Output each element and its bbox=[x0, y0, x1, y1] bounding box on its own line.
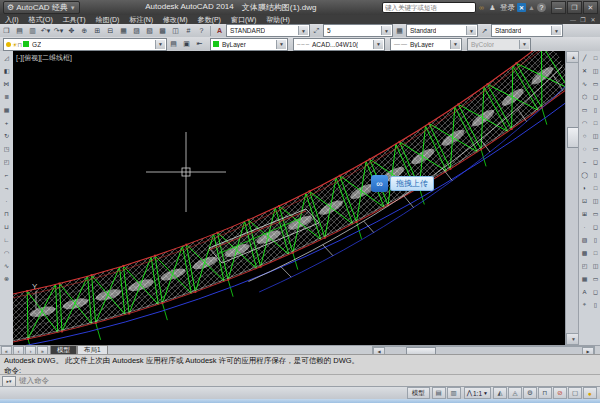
quick-view-layouts-icon[interactable]: ▤ bbox=[432, 387, 446, 399]
vertical-scrollbar[interactable]: ▲ ▼ bbox=[565, 51, 579, 345]
erase-icon[interactable]: ◿ bbox=[1, 51, 12, 64]
layer-combo[interactable]: ☀ ⊓ GZ ▼ bbox=[3, 38, 167, 51]
performance-icon[interactable]: ⊘ bbox=[553, 387, 567, 399]
search-input[interactable] bbox=[382, 2, 476, 13]
tool-5-icon[interactable]: ▯ bbox=[590, 103, 600, 116]
chevron-down-icon[interactable]: ▼ bbox=[373, 40, 383, 49]
cloud-upload-icon[interactable]: ∞ bbox=[371, 175, 388, 192]
break-icon[interactable]: ⊓ bbox=[1, 207, 12, 220]
tool-9-icon[interactable]: ◻ bbox=[590, 155, 600, 168]
tool-3-icon[interactable]: ▭ bbox=[590, 77, 600, 90]
color-combo[interactable]: ByLayer ▼ bbox=[210, 38, 288, 51]
tool-17-icon[interactable]: ◫ bbox=[590, 259, 600, 272]
table-style-combo[interactable]: Standard ▼ bbox=[406, 24, 478, 37]
menu-item-6[interactable]: 参数(P) bbox=[193, 15, 226, 25]
drag-upload-tooltip[interactable]: ∞ 拖拽上传 bbox=[371, 175, 434, 192]
tool-11-icon[interactable]: □ bbox=[590, 181, 600, 194]
layer-previous-icon[interactable]: ⇤ bbox=[193, 38, 206, 50]
join-icon[interactable]: ⊔ bbox=[1, 220, 12, 233]
exchange-apps-icon[interactable]: ✕ bbox=[517, 3, 526, 12]
explode-icon[interactable]: ⊗ bbox=[1, 272, 12, 285]
quick-view-drawings-icon[interactable]: ▥ bbox=[447, 387, 461, 399]
rectangle-icon[interactable]: ▭ bbox=[579, 103, 590, 116]
menu-item-2[interactable]: 工具(T) bbox=[58, 15, 91, 25]
trim-icon[interactable]: ⌐ bbox=[1, 168, 12, 181]
point-icon[interactable]: · bbox=[579, 220, 590, 233]
annotation-visibility-icon[interactable]: ◭ bbox=[493, 387, 507, 399]
dim-style-icon[interactable]: ⤢ bbox=[310, 25, 323, 37]
tool-2-icon[interactable]: ◫ bbox=[590, 64, 600, 77]
insert-block-icon[interactable]: ⊡ bbox=[579, 194, 590, 207]
doc-restore-button[interactable]: ❐ bbox=[578, 16, 588, 24]
help-icon[interactable]: ? bbox=[537, 3, 546, 12]
stretch-icon[interactable]: ◰ bbox=[1, 155, 12, 168]
linetype-combo[interactable]: ––– ACAD...04W10( ▼ bbox=[293, 38, 385, 51]
menu-item-3[interactable]: 绘图(D) bbox=[91, 15, 125, 25]
mirror-icon[interactable]: ⋈ bbox=[1, 77, 12, 90]
quickcalc-icon[interactable]: # bbox=[182, 25, 195, 37]
annotation-scale-button[interactable]: ⋀ 1:1 ▼ bbox=[464, 387, 491, 399]
doc-close-button[interactable]: ✕ bbox=[588, 16, 598, 24]
model-space-button[interactable]: 模型 bbox=[407, 387, 430, 399]
scale-list-icon[interactable]: ⌖ bbox=[579, 298, 590, 311]
help-icon[interactable]: ? bbox=[195, 25, 208, 37]
drawing-canvas[interactable]: [-][俯视][二维线框] Y ∞ 拖拽上传 bbox=[13, 51, 565, 345]
polyline-icon[interactable]: ∿ bbox=[579, 77, 590, 90]
tool-18-icon[interactable]: ▭ bbox=[590, 272, 600, 285]
menu-item-4[interactable]: 标注(N) bbox=[124, 15, 158, 25]
move-icon[interactable]: + bbox=[1, 116, 12, 129]
minimize-button[interactable]: — bbox=[551, 1, 566, 14]
offset-icon[interactable]: ≣ bbox=[1, 90, 12, 103]
tool-14-icon[interactable]: ◻ bbox=[590, 220, 600, 233]
menu-item-8[interactable]: 帮助(H) bbox=[261, 15, 295, 25]
search-binoculars-icon[interactable]: ∞ bbox=[476, 3, 487, 13]
break-at-point-icon[interactable]: ∙ bbox=[1, 194, 12, 207]
autodesk-360-icon[interactable]: ▢ bbox=[568, 387, 582, 399]
layer-properties-icon[interactable]: ▤ bbox=[167, 38, 180, 50]
region-icon[interactable]: ◰ bbox=[579, 259, 590, 272]
polygon-icon[interactable]: ⬡ bbox=[579, 90, 590, 103]
zoom-previous-icon[interactable]: ⊟ bbox=[104, 25, 117, 37]
undo-icon[interactable]: ↶▾ bbox=[39, 25, 52, 37]
auto-annotate-icon[interactable]: ◬ bbox=[508, 387, 522, 399]
chevron-down-icon[interactable]: ▼ bbox=[381, 26, 391, 35]
array-icon[interactable]: ▦ bbox=[1, 103, 12, 116]
lineweight-combo[interactable]: —— ByLayer ▼ bbox=[390, 38, 462, 51]
chevron-down-icon[interactable]: ▼ bbox=[466, 26, 476, 35]
tool-palettes-icon[interactable]: ▧ bbox=[143, 25, 156, 37]
pan-icon[interactable]: ✥ bbox=[65, 25, 78, 37]
mleader-style-combo[interactable]: Standard ▼ bbox=[491, 24, 563, 37]
fillet-icon[interactable]: ◠ bbox=[1, 246, 12, 259]
doc-minimize-button[interactable]: — bbox=[568, 16, 578, 24]
canvas-svg[interactable]: Y bbox=[13, 51, 565, 345]
close-button[interactable]: ✕ bbox=[583, 1, 598, 14]
zoom-window-icon[interactable]: ⊞ bbox=[91, 25, 104, 37]
line-icon[interactable]: ╱ bbox=[579, 51, 590, 64]
tool-6-icon[interactable]: □ bbox=[590, 116, 600, 129]
menu-item-0[interactable]: 入(I) bbox=[0, 15, 24, 25]
gradient-icon[interactable]: ▩ bbox=[579, 246, 590, 259]
tool-1-icon[interactable]: □ bbox=[590, 51, 600, 64]
revision-cloud-icon[interactable]: ◌ bbox=[579, 142, 590, 155]
workspace-dropdown[interactable]: ⚙ AutoCAD 经典 ▼ bbox=[3, 1, 80, 14]
zoom-realtime-icon[interactable]: ⊕ bbox=[78, 25, 91, 37]
chamfer-icon[interactable]: ∟ bbox=[1, 233, 12, 246]
tool-7-icon[interactable]: ◫ bbox=[590, 129, 600, 142]
text-style-combo[interactable]: STANDARD ▼ bbox=[226, 24, 310, 37]
dim-style-combo[interactable]: 5 ▼ bbox=[323, 24, 393, 37]
restore-button[interactable]: ❐ bbox=[567, 1, 582, 14]
chevron-down-icon[interactable]: ▼ bbox=[155, 40, 165, 49]
designcenter-icon[interactable]: ▨ bbox=[130, 25, 143, 37]
scale-icon[interactable]: ◳ bbox=[1, 142, 12, 155]
command-history[interactable]: Autodesk DWG。 此文件上次由 Autodesk 应用程序或 Auto… bbox=[0, 354, 600, 374]
blend-curves-icon[interactable]: ∿ bbox=[1, 259, 12, 272]
plot-icon[interactable]: ▥ bbox=[26, 25, 39, 37]
menu-item-5[interactable]: 修改(M) bbox=[158, 15, 193, 25]
arc-icon[interactable]: ◠ bbox=[579, 116, 590, 129]
tool-4-icon[interactable]: ◻ bbox=[590, 90, 600, 103]
table-style-icon[interactable]: ▦ bbox=[393, 25, 406, 37]
make-current-icon[interactable]: ▣ bbox=[180, 38, 193, 50]
extend-icon[interactable]: ¬ bbox=[1, 181, 12, 194]
tool-10-icon[interactable]: ▯ bbox=[590, 168, 600, 181]
tool-19-icon[interactable]: ◻ bbox=[590, 285, 600, 298]
